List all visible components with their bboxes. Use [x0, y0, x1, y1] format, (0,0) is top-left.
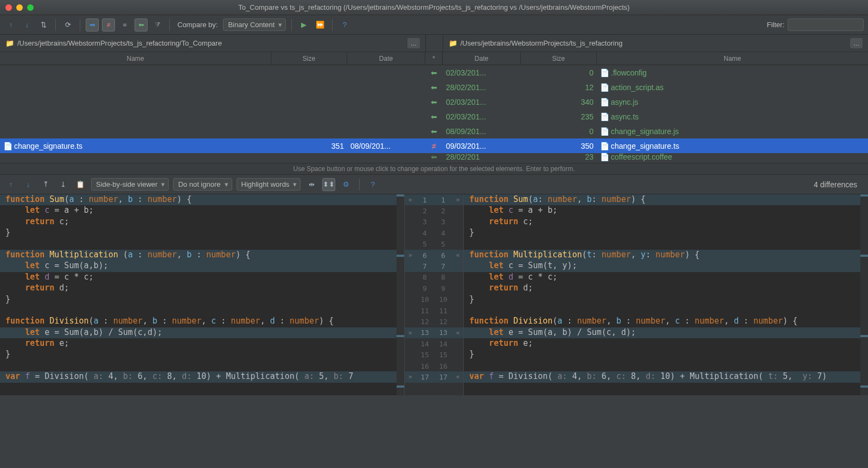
code-line[interactable] [0, 305, 404, 316]
code-line[interactable]: function Division(a : number, b : number… [0, 316, 404, 327]
operation-cell[interactable] [425, 124, 443, 138]
highlight-dropdown[interactable]: Highlight words [237, 178, 301, 191]
code-line[interactable]: } [0, 227, 404, 238]
code-line[interactable]: function Multiplication(t: number, y: nu… [464, 250, 868, 261]
code-line[interactable]: return d; [0, 283, 404, 294]
play-all-icon[interactable]: ⏩ [314, 18, 327, 31]
filter-icon[interactable]: ⧩ [151, 18, 164, 31]
file-row[interactable]: 28/02/201...12📄action_script.as [443, 80, 868, 94]
code-line[interactable]: function Sum(a : number, b : number) { [0, 194, 404, 205]
code-line[interactable]: } [464, 227, 868, 238]
gutter-line: 1616 [405, 361, 463, 371]
ignore-dropdown[interactable]: Do not ignore [173, 178, 232, 191]
arrow-up-icon[interactable]: ↑ [4, 18, 17, 31]
swap-icon[interactable]: ⇅ [37, 18, 50, 31]
code-line[interactable]: let d = c * c; [464, 272, 868, 283]
file-row[interactable]: 08/09/201...0📄change_signature.js [443, 124, 868, 138]
gutter-line: 1212 [405, 316, 463, 327]
gutter-line: »66« [405, 250, 463, 261]
file-row[interactable]: 09/03/201...350📄change_signature.ts [443, 138, 868, 153]
left-path: /Users/jetbrains/WebstormProjects/ts_js_… [17, 39, 404, 47]
code-line[interactable]: } [464, 294, 868, 305]
code-line[interactable]: return c; [464, 217, 868, 227]
browse-left-button[interactable]: ... [407, 38, 420, 48]
compare-by-dropdown[interactable]: Binary Content [223, 18, 286, 31]
code-line[interactable] [0, 239, 404, 250]
maximize-window-button[interactable] [27, 4, 34, 11]
code-line[interactable]: return e; [464, 338, 868, 349]
left-minimap[interactable] [397, 194, 404, 395]
show-equal-icon[interactable]: = [118, 18, 131, 31]
code-line[interactable]: return c; [0, 217, 404, 227]
code-line[interactable]: let c = a + b; [0, 205, 404, 216]
sync-scroll-icon[interactable]: ⬍⬍ [322, 178, 335, 191]
code-line[interactable] [464, 305, 868, 316]
close-window-button[interactable] [5, 4, 12, 11]
next-diff-icon[interactable]: ↓ [22, 178, 35, 191]
help-icon[interactable]: ? [366, 178, 379, 191]
code-line[interactable]: var f = Division( a: 4, b: 6, c: 8, d: 1… [464, 371, 868, 382]
refresh-icon[interactable]: ⟳ [61, 18, 74, 31]
help-icon[interactable]: ? [338, 18, 351, 31]
file-row[interactable]: 02/03/201...340📄async.js [443, 94, 868, 109]
code-line[interactable]: let d = c * c; [0, 272, 404, 283]
code-line[interactable]: } [464, 349, 868, 360]
diff-toolbar: ↑ ↓ ⤒ ⤓ 📋 Side-by-side viewer Do not ign… [0, 175, 868, 194]
prev-diff-icon[interactable]: ↑ [4, 178, 17, 191]
file-row[interactable]: 28/02/20123📄coffeescript.coffee [443, 153, 868, 161]
export-left-icon[interactable]: ⤒ [39, 178, 52, 191]
operation-column[interactable]: ≠ [425, 65, 443, 163]
file-row[interactable]: 📄change_signature.ts35108/09/201... [0, 138, 425, 153]
gutter-line: 22 [405, 205, 463, 216]
gutter-line: 1010 [405, 294, 463, 305]
show-new-right-icon[interactable]: ⬅ [135, 18, 148, 31]
code-line[interactable]: } [0, 294, 404, 305]
operation-cell[interactable] [425, 80, 443, 94]
copy-icon[interactable]: 📋 [74, 178, 87, 191]
right-minimap[interactable] [860, 194, 868, 395]
right-code-pane[interactable]: function Sum(a: number, b: number) { let… [464, 194, 868, 395]
code-line[interactable] [464, 361, 868, 371]
paths-row: 📁 /Users/jetbrains/WebstormProjects/ts_j… [0, 35, 868, 52]
arrow-down-icon[interactable]: ↓ [21, 18, 34, 31]
left-file-list[interactable]: 📄change_signature.ts35108/09/201... [0, 65, 425, 163]
code-line[interactable] [464, 239, 868, 250]
browse-right-button[interactable]: ... [850, 38, 863, 48]
operation-cell[interactable]: ≠ [425, 138, 443, 153]
operation-cell[interactable] [425, 109, 443, 124]
code-line[interactable]: let e = Sum(a, b) / Sum(c, d); [464, 327, 868, 338]
code-line[interactable]: } [0, 349, 404, 360]
file-row[interactable]: 02/03/201...0📄.flowconfig [443, 65, 868, 80]
show-new-left-icon[interactable]: ➡ [86, 18, 99, 31]
show-diff-icon[interactable]: ≠ [102, 18, 115, 31]
code-line[interactable]: function Multiplication (a : number, b :… [0, 250, 404, 261]
gear-icon[interactable]: ⚙ [340, 178, 353, 191]
viewer-dropdown[interactable]: Side-by-side viewer [91, 178, 169, 191]
operation-cell[interactable] [425, 94, 443, 109]
code-line[interactable]: return e; [0, 338, 404, 349]
code-line[interactable]: let c = Sum(a,b); [0, 261, 404, 271]
gutter-line: »1717« [405, 371, 463, 382]
operation-cell[interactable] [425, 65, 443, 80]
code-line[interactable]: let e = Sum(a,b) / Sum(c,d); [0, 327, 404, 338]
left-code-pane[interactable]: function Sum(a : number, b : number) { l… [0, 194, 404, 395]
code-line[interactable]: return d; [464, 283, 868, 294]
play-icon[interactable]: ▶ [297, 18, 310, 31]
file-row[interactable]: 02/03/201...235📄async.ts [443, 109, 868, 124]
collapse-icon[interactable]: ⇹ [305, 178, 318, 191]
code-line[interactable]: let c = a + b; [464, 205, 868, 216]
gutter-line: 1515 [405, 349, 463, 360]
code-line[interactable] [0, 361, 404, 371]
export-right-icon[interactable]: ⤓ [56, 178, 69, 191]
code-line[interactable]: var f = Division( a: 4, b: 6, c: 8, d: 1… [0, 371, 404, 382]
gutter-line: 1414 [405, 338, 463, 349]
code-line[interactable]: function Sum(a: number, b: number) { [464, 194, 868, 205]
filter-input[interactable] [788, 18, 864, 31]
right-file-list[interactable]: 02/03/201...0📄.flowconfig28/02/201...12📄… [443, 65, 868, 163]
minimize-window-button[interactable] [16, 4, 23, 11]
gutter-line: 77 [405, 261, 463, 271]
operation-cell[interactable] [425, 153, 443, 161]
code-line[interactable]: let c = Sum(t, y); [464, 261, 868, 271]
gutter-line: 33 [405, 217, 463, 227]
code-line[interactable]: function Division(a : number, b : number… [464, 316, 868, 327]
